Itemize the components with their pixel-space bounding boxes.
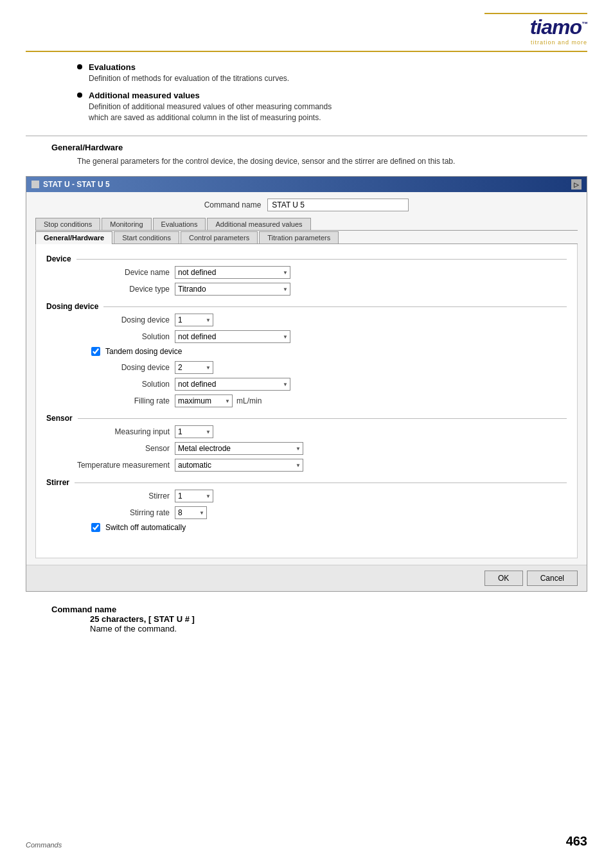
stirring-rate-select-wrapper[interactable]: 8 [175,506,207,519]
stirrer-line [75,483,567,483]
dosing-section-header: Dosing device [46,302,567,311]
measuring-input-select-wrapper[interactable]: 1 [175,425,213,438]
dialog-title: STAT U - STAT U 5 [43,180,110,189]
sensor-title: Sensor [46,414,73,423]
dosing-device2-select-wrapper[interactable]: 2 [175,361,213,374]
temp-measurement-select-wrapper[interactable]: automatic [175,459,303,472]
filling-rate-select-wrapper[interactable]: maximum [175,394,233,407]
tabs-row-top: Stop conditions Monitoring Evaluations A… [35,218,578,231]
filling-rate-row: Filling rate maximum mL/min [46,394,567,407]
dosing-device-control: 1 [175,314,567,326]
command-name-input[interactable] [267,199,409,211]
logo-area: tiamo™ titration and more [484,13,587,46]
dosing-device2-select[interactable]: 2 [175,361,213,374]
logo-tm: ™ [582,21,587,28]
stirrer-label: Stirrer [46,492,175,500]
tab-monitoring[interactable]: Monitoring [102,218,151,230]
cancel-button[interactable]: Cancel [527,571,578,586]
bullet-dot-2 [77,93,82,98]
tab-start-conditions[interactable]: Start conditions [114,231,179,244]
ok-button[interactable]: OK [484,571,523,586]
tab-additional-measured[interactable]: Additional measured values [207,218,310,230]
sensor-label: Sensor [46,444,175,453]
footer-right: 463 [566,834,587,849]
measuring-input-select[interactable]: 1 [175,425,213,438]
bottom-section: Command name 25 characters, [ STAT U # ]… [26,605,587,633]
switch-off-label: Switch off automatically [105,523,186,532]
filling-rate-label: Filling rate [46,396,175,405]
tabs-container: Stop conditions Monitoring Evaluations A… [35,218,578,244]
device-type-control: Titrando [175,283,567,296]
device-title: Device [46,254,71,263]
device-type-select[interactable]: Titrando [175,283,290,296]
sensor-select[interactable]: Metal electrode [175,442,303,455]
device-name-select-wrapper[interactable]: not defined [175,266,290,279]
device-line [76,259,567,260]
solution-select[interactable]: not defined [175,330,290,343]
measuring-input-label: Measuring input [46,427,175,436]
dosing-device-label: Dosing device [46,315,175,324]
tab-control-parameters[interactable]: Control parameters [181,231,258,244]
solution2-select-wrapper[interactable]: not defined [175,378,290,391]
bullet-desc-additional: Definition of additional measured values… [89,102,332,123]
device-name-row: Device name not defined [46,266,567,279]
tab-titration-parameters[interactable]: Titration parameters [259,231,339,244]
measuring-input-row: Measuring input 1 [46,425,567,438]
section-heading-general: General/Hardware [26,143,587,152]
titlebar-left: STAT U - STAT U 5 [31,180,110,189]
temp-measurement-label: Temperature measurement [46,461,175,470]
dialog-body: Command name Stop conditions Monitoring … [26,192,587,565]
sensor-select-wrapper[interactable]: Metal electrode [175,442,303,455]
section-desc-general: The general parameters for the control d… [26,156,587,167]
dialog-titlebar: STAT U - STAT U 5 ▷ [26,177,587,192]
solution2-select[interactable]: not defined [175,378,290,391]
bottom-indent: 25 characters, [ STAT U # ] Name of the … [51,614,587,633]
switch-off-checkbox[interactable] [91,523,100,532]
stirring-rate-select[interactable]: 8 [175,506,207,519]
dosing-device-select[interactable]: 1 [175,314,213,326]
stirring-rate-row: Stirring rate 8 [46,506,567,519]
bullet-title-evaluations: Evaluations [89,62,289,72]
temp-measurement-select[interactable]: automatic [175,459,303,472]
sensor-control: Metal electrode [175,442,567,455]
dosing-title: Dosing device [46,302,98,311]
solution-select-wrapper[interactable]: not defined [175,330,290,343]
tabs-row-bottom: General/Hardware Start conditions Contro… [35,231,578,244]
temp-measurement-row: Temperature measurement automatic [46,459,567,472]
logo-tiamo: tiamo [530,15,582,39]
dialog-footer: OK Cancel [26,565,587,591]
bullet-dot [77,64,82,69]
tab-general-hardware[interactable]: General/Hardware [35,231,112,244]
stirring-rate-label: Stirring rate [46,508,175,517]
bullet-item-additional: Additional measured values Definition of… [77,91,587,123]
dosing-device2-row: Dosing device 2 [46,361,567,374]
tandem-checkbox[interactable] [91,347,100,356]
solution2-control: not defined [175,378,567,391]
bullet-desc-evaluations: Definition of methods for evaluation of … [89,73,289,84]
solution-row: Solution not defined [46,330,567,343]
dialog-arrow-button[interactable]: ▷ [571,179,582,190]
tab-evaluations[interactable]: Evaluations [153,218,206,230]
measuring-input-control: 1 [175,425,567,438]
solution2-label: Solution [46,380,175,389]
filling-rate-select[interactable]: maximum [175,394,233,407]
stirrer-select[interactable]: 1 [175,490,213,502]
form-bottom-spacer [46,537,567,547]
device-name-select[interactable]: not defined [175,266,290,279]
titlebar-icon [31,181,39,188]
device-name-label: Device name [46,268,175,277]
dosing-device-row: Dosing device 1 [46,314,567,326]
dosing-device-select-wrapper[interactable]: 1 [175,314,213,326]
stirrer-section-header: Stirrer [46,478,567,487]
stirring-rate-control: 8 [175,506,567,519]
solution2-row: Solution not defined [46,378,567,391]
device-type-select-wrapper[interactable]: Titrando [175,283,290,296]
tandem-checkbox-row: Tandem dosing device [46,347,567,356]
filling-rate-control: maximum mL/min [175,394,567,407]
stirrer-select-wrapper[interactable]: 1 [175,490,213,502]
page-header: tiamo™ titration and more [26,13,587,52]
tab-stop-conditions[interactable]: Stop conditions [35,218,100,230]
bullet-list: Evaluations Definition of methods for ev… [26,62,587,123]
stirrer-title: Stirrer [46,478,69,487]
section-divider [26,136,587,136]
